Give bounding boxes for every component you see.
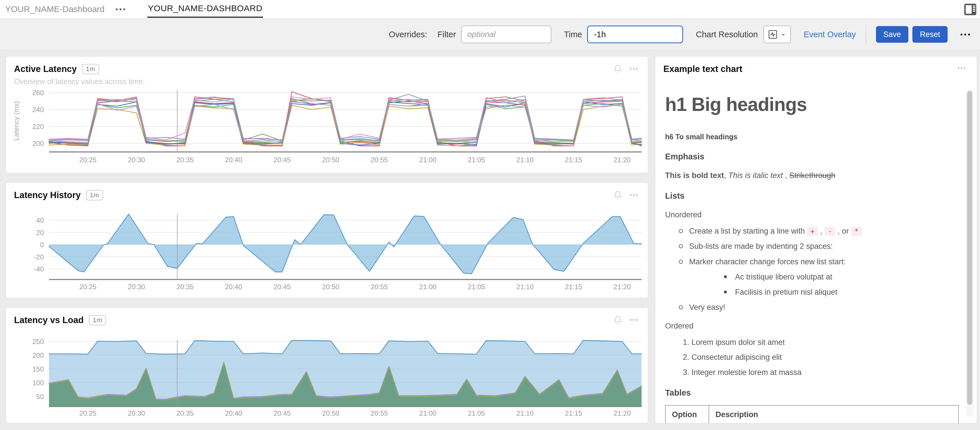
svg-text:20:40: 20:40 — [225, 283, 242, 291]
svg-text:20:25: 20:25 — [80, 283, 97, 291]
chart-title: Active Latency — [14, 64, 77, 74]
svg-text:240: 240 — [32, 106, 44, 113]
svg-text:260: 260 — [32, 89, 44, 97]
svg-text:250: 250 — [32, 338, 44, 346]
overrides-label: Overrides: — [389, 30, 427, 39]
latency-vs-load-chart[interactable]: 2502001501005020:2520:3020:3520:4020:452… — [6, 336, 648, 422]
list-item: Marker character change forces new list … — [665, 256, 954, 298]
md-unordered-list: Create a list by starting a line with + … — [665, 226, 954, 313]
tab-dashboard[interactable]: YOUR_NAME-DASHBOARD — [147, 1, 263, 18]
svg-text:21:20: 21:20 — [614, 156, 631, 164]
resolution-badge: 1m — [82, 64, 99, 74]
svg-text:21:05: 21:05 — [468, 283, 485, 291]
dashboard-group-menu-icon[interactable]: ••• — [116, 5, 127, 14]
text-chart-title: Example text chart — [663, 64, 743, 74]
reset-button[interactable]: Reset — [912, 26, 948, 43]
svg-text:21:10: 21:10 — [516, 409, 533, 417]
latency-vs-load-card: Latency vs Load 1m ••• 2502001501005020:… — [6, 307, 648, 423]
chart-menu-icon[interactable]: ••• — [630, 316, 639, 324]
svg-text:21:15: 21:15 — [565, 283, 582, 291]
alert-bell-icon[interactable] — [614, 65, 622, 73]
latency-history-chart[interactable]: 40200-20-4020:2520:3020:3520:4020:4520:5… — [6, 211, 648, 298]
chart-title: Latency vs Load — [14, 315, 84, 325]
panel-scrollbar[interactable] — [966, 89, 974, 417]
svg-text:20:35: 20:35 — [177, 283, 194, 291]
scrollbar-thumb[interactable] — [967, 91, 972, 405]
side-panel-toggle-icon[interactable] — [964, 3, 977, 16]
svg-text:21:20: 21:20 — [614, 409, 631, 417]
svg-text:21:15: 21:15 — [565, 409, 582, 417]
chart-resolution-label: Chart Resolution — [696, 30, 758, 39]
md-ordered-label: Ordered — [665, 320, 954, 332]
toolbar-overflow-menu-icon[interactable]: ••• — [960, 30, 971, 39]
list-item: Integer molestie lorem at massa — [692, 367, 954, 378]
list-item: Consectetur adipiscing elit — [692, 352, 954, 363]
md-sub-list: Ac tristique libero volutpat at Facilisi… — [689, 271, 954, 298]
svg-text:20:35: 20:35 — [177, 156, 194, 164]
svg-text:20:40: 20:40 — [225, 409, 242, 417]
svg-text:21:10: 21:10 — [516, 156, 533, 164]
md-table: Option Description chart path to data fi… — [665, 405, 959, 424]
text-chart-menu-icon[interactable]: ••• — [957, 65, 967, 72]
time-input[interactable] — [587, 25, 683, 43]
resolution-badge: 1m — [86, 190, 103, 201]
list-item: Lorem ipsum dolor sit amet — [692, 337, 954, 348]
svg-text:0: 0 — [40, 241, 44, 248]
table-header-row: Option Description — [665, 405, 959, 424]
table-header: Option — [665, 405, 709, 424]
chart-resolution-dropdown[interactable] — [764, 25, 791, 43]
md-emphasis-heading: Emphasis — [665, 151, 954, 162]
toolbar-divider — [865, 25, 866, 44]
filter-input[interactable] — [461, 25, 551, 43]
svg-text:20:35: 20:35 — [177, 409, 194, 417]
svg-text:21:00: 21:00 — [419, 409, 436, 417]
chevron-down-icon — [780, 31, 786, 38]
svg-text:20:45: 20:45 — [274, 283, 291, 291]
sub-list-item: Facilisis in pretium nisl aliquet — [689, 287, 954, 298]
resolution-badge: 1m — [89, 315, 106, 325]
filter-label: Filter — [438, 30, 456, 39]
svg-text:50: 50 — [36, 393, 44, 400]
example-text-chart-card: Example text chart ••• h1 Big headings h… — [655, 56, 977, 424]
chart-menu-icon[interactable]: ••• — [630, 191, 639, 199]
list-item: Sub-lists are made by indenting 2 spaces… — [665, 241, 954, 252]
chart-menu-icon[interactable]: ••• — [630, 65, 639, 73]
svg-text:20:30: 20:30 — [128, 156, 145, 164]
chart-subtitle: Overview of latency values across time. — [14, 77, 614, 86]
svg-text:20:55: 20:55 — [371, 409, 388, 417]
top-bar: YOUR_NAME-Dashboard ••• YOUR_NAME-DASHBO… — [0, 0, 980, 19]
save-button[interactable]: Save — [876, 26, 908, 43]
active-latency-card: Active Latency 1m Overview of latency va… — [6, 56, 648, 173]
overrides-toolbar: Overrides: Filter Time Chart Resolution … — [0, 19, 980, 51]
svg-text:21:00: 21:00 — [419, 156, 436, 164]
svg-text:200: 200 — [32, 352, 44, 359]
svg-text:100: 100 — [32, 379, 44, 387]
active-latency-chart[interactable]: 26024022020020:2520:3020:3520:4020:4520:… — [6, 85, 648, 173]
md-tables-heading: Tables — [665, 387, 954, 399]
svg-text:40: 40 — [36, 217, 44, 224]
svg-text:20:30: 20:30 — [128, 409, 145, 417]
svg-text:21:10: 21:10 — [516, 283, 533, 291]
event-overlay-link[interactable]: Event Overlay — [803, 30, 856, 39]
markdown-content: h1 Big headings h6 To small headings Emp… — [655, 91, 977, 424]
md-lists-heading: Lists — [665, 190, 954, 202]
svg-text:-20: -20 — [34, 253, 44, 261]
resolution-pulse-icon — [768, 30, 778, 39]
svg-text:20:25: 20:25 — [80, 409, 97, 417]
svg-text:20:25: 20:25 — [80, 156, 97, 164]
alert-bell-icon[interactable] — [614, 315, 622, 324]
svg-text:21:15: 21:15 — [565, 156, 582, 164]
svg-text:220: 220 — [32, 123, 44, 131]
svg-text:20:50: 20:50 — [322, 283, 339, 291]
md-h1: h1 Big headings — [665, 91, 954, 118]
svg-text:20:40: 20:40 — [225, 156, 242, 164]
md-h6: h6 To small headings — [665, 132, 954, 142]
md-unordered-label: Unordered — [665, 209, 954, 220]
svg-text:150: 150 — [32, 365, 44, 373]
list-item: Very easy! — [665, 302, 954, 313]
alert-bell-icon[interactable] — [614, 191, 622, 199]
latency-history-card: Latency History 1m ••• 40200-20-4020:252… — [6, 182, 648, 298]
code-plus: + — [807, 227, 818, 236]
code-minus: - — [824, 227, 835, 236]
dashboard-group-name: YOUR_NAME-Dashboard — [5, 4, 105, 14]
